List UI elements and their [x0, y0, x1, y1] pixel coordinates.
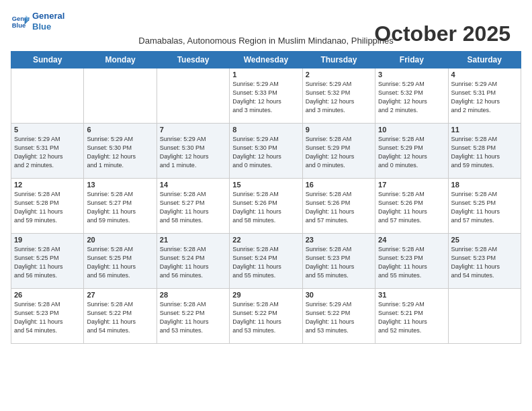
calendar-cell: 17Sunrise: 5:28 AM Sunset: 5:26 PM Dayli…	[375, 179, 448, 234]
calendar-cell: 19Sunrise: 5:28 AM Sunset: 5:25 PM Dayli…	[11, 234, 84, 289]
day-number: 9	[306, 126, 372, 134]
day-number: 27	[87, 291, 153, 299]
day-number: 23	[306, 236, 372, 244]
calendar-cell: 15Sunrise: 5:28 AM Sunset: 5:26 PM Dayli…	[230, 179, 302, 234]
day-info: Sunrise: 5:28 AM Sunset: 5:28 PM Dayligh…	[14, 190, 81, 225]
calendar-cell: 12Sunrise: 5:28 AM Sunset: 5:28 PM Dayli…	[11, 179, 84, 234]
day-info: Sunrise: 5:29 AM Sunset: 5:30 PM Dayligh…	[87, 135, 153, 170]
calendar-cell: 30Sunrise: 5:29 AM Sunset: 5:22 PM Dayli…	[302, 289, 375, 344]
calendar-cell: 11Sunrise: 5:28 AM Sunset: 5:28 PM Dayli…	[448, 124, 521, 179]
calendar-body: 1Sunrise: 5:29 AM Sunset: 5:33 PM Daylig…	[11, 68, 521, 344]
calendar-cell: 13Sunrise: 5:28 AM Sunset: 5:27 PM Dayli…	[84, 179, 157, 234]
calendar-cell	[448, 289, 521, 344]
svg-text:Blue: Blue	[12, 22, 26, 29]
calendar-cell: 2Sunrise: 5:29 AM Sunset: 5:32 PM Daylig…	[302, 68, 375, 124]
day-number: 22	[232, 236, 299, 244]
day-number: 3	[378, 71, 445, 79]
calendar-cell: 5Sunrise: 5:29 AM Sunset: 5:31 PM Daylig…	[11, 124, 84, 179]
calendar-week-5: 26Sunrise: 5:28 AM Sunset: 5:23 PM Dayli…	[11, 289, 521, 344]
day-info: Sunrise: 5:29 AM Sunset: 5:31 PM Dayligh…	[451, 80, 518, 115]
day-info: Sunrise: 5:29 AM Sunset: 5:33 PM Dayligh…	[232, 80, 299, 115]
calendar-week-4: 19Sunrise: 5:28 AM Sunset: 5:25 PM Dayli…	[11, 234, 521, 289]
calendar-cell: 22Sunrise: 5:28 AM Sunset: 5:24 PM Dayli…	[230, 234, 302, 289]
weekday-header-thursday: Thursday	[302, 52, 375, 68]
day-number: 5	[14, 126, 81, 134]
day-number: 11	[451, 126, 518, 134]
day-number: 12	[14, 181, 81, 189]
day-number: 17	[378, 181, 445, 189]
day-number: 31	[378, 291, 445, 299]
calendar-cell: 9Sunrise: 5:28 AM Sunset: 5:29 PM Daylig…	[302, 124, 375, 179]
calendar-cell: 1Sunrise: 5:29 AM Sunset: 5:33 PM Daylig…	[230, 68, 302, 124]
weekday-header-monday: Monday	[84, 52, 157, 68]
day-info: Sunrise: 5:28 AM Sunset: 5:29 PM Dayligh…	[378, 135, 445, 170]
calendar-cell: 16Sunrise: 5:28 AM Sunset: 5:26 PM Dayli…	[302, 179, 375, 234]
month-title: October 2025	[374, 21, 511, 46]
day-number: 28	[160, 291, 226, 299]
calendar-week-2: 5Sunrise: 5:29 AM Sunset: 5:31 PM Daylig…	[11, 124, 521, 179]
calendar-cell: 4Sunrise: 5:29 AM Sunset: 5:31 PM Daylig…	[448, 68, 521, 124]
day-number: 15	[232, 181, 299, 189]
day-info: Sunrise: 5:28 AM Sunset: 5:26 PM Dayligh…	[306, 190, 372, 225]
weekday-header-saturday: Saturday	[448, 52, 521, 68]
day-info: Sunrise: 5:29 AM Sunset: 5:30 PM Dayligh…	[232, 135, 299, 170]
day-info: Sunrise: 5:28 AM Sunset: 5:27 PM Dayligh…	[160, 190, 226, 225]
day-info: Sunrise: 5:28 AM Sunset: 5:24 PM Dayligh…	[160, 245, 226, 280]
day-number: 1	[232, 71, 299, 79]
day-info: Sunrise: 5:28 AM Sunset: 5:22 PM Dayligh…	[160, 300, 226, 335]
calendar-cell: 7Sunrise: 5:29 AM Sunset: 5:30 PM Daylig…	[157, 124, 229, 179]
day-number: 29	[232, 291, 299, 299]
calendar-cell: 18Sunrise: 5:28 AM Sunset: 5:25 PM Dayli…	[448, 179, 521, 234]
logo-line1: General	[32, 11, 64, 21]
day-info: Sunrise: 5:29 AM Sunset: 5:22 PM Dayligh…	[306, 300, 372, 335]
day-info: Sunrise: 5:29 AM Sunset: 5:32 PM Dayligh…	[378, 80, 445, 115]
calendar-cell: 6Sunrise: 5:29 AM Sunset: 5:30 PM Daylig…	[84, 124, 157, 179]
calendar-cell: 3Sunrise: 5:29 AM Sunset: 5:32 PM Daylig…	[375, 68, 448, 124]
calendar-cell: 27Sunrise: 5:28 AM Sunset: 5:22 PM Dayli…	[84, 289, 157, 344]
day-info: Sunrise: 5:28 AM Sunset: 5:26 PM Dayligh…	[378, 190, 445, 225]
day-info: Sunrise: 5:28 AM Sunset: 5:22 PM Dayligh…	[87, 300, 153, 335]
day-number: 13	[87, 181, 153, 189]
calendar-cell: 26Sunrise: 5:28 AM Sunset: 5:23 PM Dayli…	[11, 289, 84, 344]
calendar-cell: 29Sunrise: 5:28 AM Sunset: 5:22 PM Dayli…	[230, 289, 302, 344]
day-number: 26	[14, 291, 81, 299]
calendar-cell: 24Sunrise: 5:28 AM Sunset: 5:23 PM Dayli…	[375, 234, 448, 289]
calendar-cell: 23Sunrise: 5:28 AM Sunset: 5:23 PM Dayli…	[302, 234, 375, 289]
day-number: 2	[306, 71, 372, 79]
day-info: Sunrise: 5:29 AM Sunset: 5:21 PM Dayligh…	[378, 300, 445, 335]
day-number: 10	[378, 126, 445, 134]
day-number: 25	[451, 236, 518, 244]
calendar-cell: 8Sunrise: 5:29 AM Sunset: 5:30 PM Daylig…	[230, 124, 302, 179]
day-info: Sunrise: 5:28 AM Sunset: 5:23 PM Dayligh…	[378, 245, 445, 280]
day-number: 7	[160, 126, 226, 134]
day-info: Sunrise: 5:28 AM Sunset: 5:28 PM Dayligh…	[451, 135, 518, 170]
day-info: Sunrise: 5:28 AM Sunset: 5:23 PM Dayligh…	[306, 245, 372, 280]
day-number: 20	[87, 236, 153, 244]
calendar-table: SundayMondayTuesdayWednesdayThursdayFrid…	[11, 51, 521, 344]
day-number: 30	[306, 291, 372, 299]
calendar-cell	[157, 68, 229, 124]
day-info: Sunrise: 5:28 AM Sunset: 5:23 PM Dayligh…	[14, 300, 81, 335]
day-info: Sunrise: 5:28 AM Sunset: 5:25 PM Dayligh…	[87, 245, 153, 280]
calendar-cell: 14Sunrise: 5:28 AM Sunset: 5:27 PM Dayli…	[157, 179, 229, 234]
calendar-cell	[84, 68, 157, 124]
day-info: Sunrise: 5:28 AM Sunset: 5:26 PM Dayligh…	[232, 190, 299, 225]
day-info: Sunrise: 5:28 AM Sunset: 5:25 PM Dayligh…	[451, 190, 518, 225]
day-info: Sunrise: 5:29 AM Sunset: 5:30 PM Dayligh…	[160, 135, 226, 170]
calendar-cell: 28Sunrise: 5:28 AM Sunset: 5:22 PM Dayli…	[157, 289, 229, 344]
day-number: 8	[232, 126, 299, 134]
day-number: 21	[160, 236, 226, 244]
day-number: 18	[451, 181, 518, 189]
logo: General Blue General Blue	[11, 11, 64, 32]
weekday-header: SundayMondayTuesdayWednesdayThursdayFrid…	[11, 52, 521, 68]
day-number: 4	[451, 71, 518, 79]
day-info: Sunrise: 5:28 AM Sunset: 5:23 PM Dayligh…	[451, 245, 518, 280]
weekday-header-friday: Friday	[375, 52, 448, 68]
weekday-header-wednesday: Wednesday	[230, 52, 302, 68]
day-info: Sunrise: 5:28 AM Sunset: 5:22 PM Dayligh…	[232, 300, 299, 335]
calendar-cell: 20Sunrise: 5:28 AM Sunset: 5:25 PM Dayli…	[84, 234, 157, 289]
day-number: 19	[14, 236, 81, 244]
logo-icon: General Blue	[11, 12, 30, 31]
calendar-cell	[11, 68, 84, 124]
day-number: 24	[378, 236, 445, 244]
